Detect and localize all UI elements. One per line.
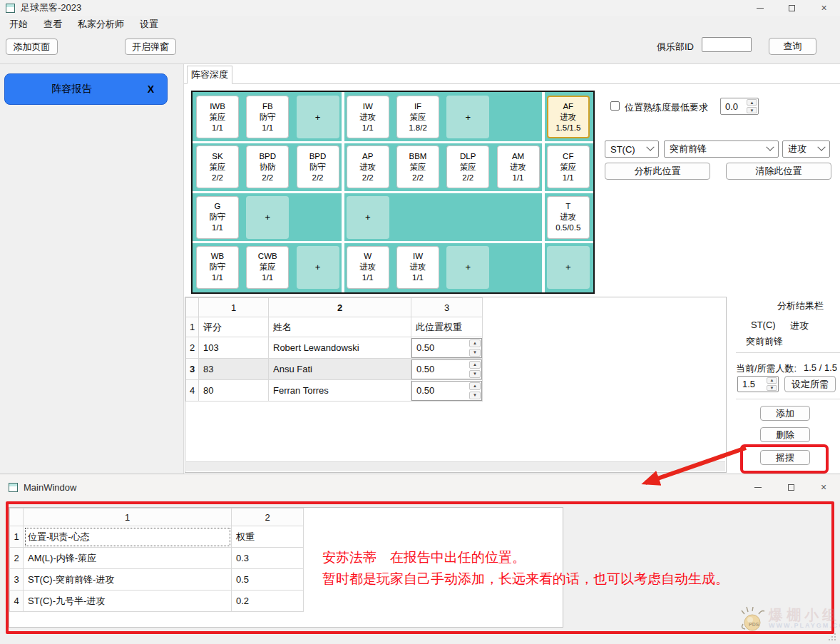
minimize-icon[interactable]	[742, 474, 774, 500]
weight-spinbox[interactable]: 0.50▲▼	[411, 338, 482, 358]
column-header-3[interactable]: 3	[411, 298, 483, 317]
spin-down-icon[interactable]: ▼	[767, 385, 777, 392]
menu-item-start[interactable]: 开始	[1, 16, 36, 32]
pitch-position-AM[interactable]: AM进攻1/1	[497, 145, 540, 188]
row-header[interactable]: 2	[10, 548, 24, 569]
row-header[interactable]: 1	[10, 526, 24, 548]
spin-up-icon[interactable]: ▲	[469, 361, 481, 369]
menu-item-view[interactable]: 查看	[36, 16, 70, 32]
pitch-position-T[interactable]: T进攻0.5/0.5	[547, 196, 590, 239]
role-cell[interactable]: 位置-职责-心态	[24, 526, 232, 548]
horizontal-scrollbar[interactable]	[186, 461, 725, 471]
pitch-position-IW[interactable]: IW进攻1/1	[347, 96, 389, 138]
weight-cell[interactable]: 0.50▲▼	[411, 380, 483, 402]
row-header[interactable]: 4	[10, 591, 24, 612]
column-header-2[interactable]: 2	[232, 508, 304, 526]
spin-down-icon[interactable]: ▼	[469, 349, 481, 357]
pitch-position-CF[interactable]: CF策应1/1	[547, 145, 590, 188]
min-proficiency-checkbox[interactable]	[610, 101, 620, 111]
spin-up-icon[interactable]: ▲	[747, 99, 757, 106]
weight-cell[interactable]: 0.3	[232, 548, 304, 569]
role-cell[interactable]: ST(C)-突前前锋-进攻	[24, 569, 232, 591]
pitch-add-cell[interactable]: +	[347, 196, 389, 239]
pitch-position-BPD[interactable]: BPD协防2/2	[246, 145, 289, 188]
pitch-add-cell[interactable]: +	[297, 246, 339, 289]
duty-select[interactable]: 进攻	[782, 140, 830, 158]
spin-up-icon[interactable]: ▲	[469, 339, 481, 347]
close-report-icon[interactable]: X	[148, 74, 154, 104]
spin-down-icon[interactable]: ▼	[469, 370, 481, 378]
weight-cell[interactable]: 0.50▲▼	[411, 337, 483, 359]
row-header[interactable]: 4	[186, 380, 199, 402]
pitch-position-SK[interactable]: SK策应2/2	[196, 145, 239, 188]
menu-item-settings[interactable]: 设置	[132, 16, 166, 32]
weight-spinbox[interactable]: 0.50▲▼	[411, 359, 482, 379]
table-corner[interactable]	[186, 298, 199, 317]
pitch-add-cell[interactable]: +	[446, 246, 489, 289]
maximize-icon[interactable]	[776, 0, 808, 16]
close-icon[interactable]: ×	[808, 0, 840, 16]
spin-down-icon[interactable]: ▼	[747, 107, 757, 113]
score-cell[interactable]: 103	[199, 337, 269, 359]
pitch-position-AP[interactable]: AP进攻2/2	[347, 145, 389, 188]
pitch-position-AF[interactable]: AF进攻1.5/1.5	[547, 96, 590, 138]
open-popup-button[interactable]: 开启弹窗	[125, 39, 176, 55]
sidebar-item-squad-report[interactable]: 阵容报告 X	[4, 73, 168, 105]
club-id-input[interactable]	[702, 37, 752, 52]
weight-cell[interactable]: 0.50▲▼	[411, 359, 483, 380]
pitch-position-G[interactable]: G防守1/1	[196, 196, 239, 239]
player-name-cell[interactable]: Robert Lewandowski	[269, 337, 411, 359]
weight-cell[interactable]: 权重	[232, 526, 304, 548]
maximize-icon[interactable]	[774, 474, 807, 500]
add-button[interactable]: 添加	[760, 406, 810, 421]
pitch-position-DLP[interactable]: DLP策应2/2	[446, 145, 489, 188]
spin-down-icon[interactable]: ▼	[469, 392, 481, 399]
position-select[interactable]: ST(C)	[605, 140, 659, 158]
column-header-1[interactable]: 1	[199, 298, 269, 317]
min-proficiency-spinbox[interactable]: 0.0 ▲▼	[720, 98, 759, 115]
pitch-position-IF[interactable]: IF策应1.8/2	[396, 96, 439, 138]
weight-spinbox[interactable]: 0.50▲▼	[411, 381, 482, 401]
row-header[interactable]: 3	[10, 569, 24, 591]
score-cell[interactable]: 80	[199, 380, 269, 402]
swing-button[interactable]: 摇摆	[760, 450, 810, 465]
label-cell[interactable]: 评分	[199, 317, 269, 337]
required-count-spinbox[interactable]: 1.5 ▲▼	[737, 376, 779, 392]
row-header[interactable]: 3	[186, 359, 199, 380]
minimize-icon[interactable]	[744, 0, 776, 16]
player-name-cell[interactable]: Ansu Fati	[269, 359, 411, 380]
pitch-position-CWB[interactable]: CWB策应1/1	[246, 246, 289, 289]
spin-up-icon[interactable]: ▲	[469, 382, 481, 390]
column-header-2[interactable]: 2	[269, 298, 411, 317]
pitch-position-FB[interactable]: FB防守1/1	[246, 96, 289, 138]
role-cell[interactable]: AM(L)-内锋-策应	[24, 548, 232, 569]
spin-up-icon[interactable]: ▲	[767, 377, 777, 384]
pitch-add-cell[interactable]: +	[246, 196, 289, 239]
analyze-position-button[interactable]: 分析此位置	[605, 163, 710, 180]
set-required-button[interactable]: 设定所需	[784, 376, 836, 392]
pitch-position-BPD[interactable]: BPD防守2/2	[297, 145, 339, 188]
pitch-add-cell[interactable]: +	[297, 96, 339, 138]
column-header-1[interactable]: 1	[24, 508, 232, 526]
row-header[interactable]: 1	[186, 317, 199, 337]
pitch-position-IWB[interactable]: IWB策应1/1	[196, 96, 239, 138]
role-cell[interactable]: ST(C)-九号半-进攻	[24, 591, 232, 612]
pitch-position-W[interactable]: W进攻1/1	[347, 246, 389, 289]
pitch-add-cell[interactable]: +	[446, 96, 489, 138]
row-header[interactable]: 2	[186, 337, 199, 359]
role-select[interactable]: 突前前锋	[664, 140, 779, 158]
menu-item-analyst[interactable]: 私家分析师	[70, 16, 132, 32]
pitch-add-cell[interactable]: +	[547, 246, 590, 289]
score-cell[interactable]: 83	[199, 359, 269, 380]
clear-position-button[interactable]: 清除此位置	[726, 163, 831, 180]
pitch-position-IW[interactable]: IW进攻1/1	[396, 246, 439, 289]
resize-grip[interactable]	[827, 632, 837, 642]
close-icon[interactable]: ×	[807, 474, 840, 500]
table-corner[interactable]	[10, 508, 24, 526]
weight-cell[interactable]: 0.5	[232, 569, 304, 591]
label-cell[interactable]: 此位置权重	[411, 317, 483, 337]
query-button[interactable]: 查询	[769, 38, 816, 55]
tab-squad-depth[interactable]: 阵容深度	[187, 66, 232, 84]
pitch-position-WB[interactable]: WB防守1/1	[196, 246, 239, 289]
pitch-position-BBM[interactable]: BBM策应2/2	[396, 145, 439, 188]
